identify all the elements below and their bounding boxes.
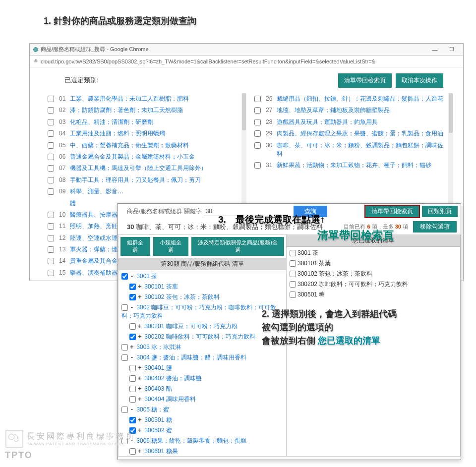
- tree-link[interactable]: 300201 咖啡豆；可可粉；巧克力粉: [143, 323, 238, 330]
- tree-checkbox[interactable]: [129, 365, 136, 371]
- tree-checkbox[interactable]: [129, 284, 136, 290]
- tree-link[interactable]: 300502 蜜: [143, 427, 172, 434]
- expand-icon[interactable]: +: [137, 375, 143, 382]
- expand-icon[interactable]: +: [137, 448, 143, 455]
- category-checkbox[interactable]: [48, 165, 54, 172]
- category-checkbox[interactable]: [254, 119, 261, 125]
- category-checkbox[interactable]: [48, 212, 54, 218]
- category-checkbox[interactable]: [48, 258, 54, 264]
- category-checkbox[interactable]: [254, 96, 261, 102]
- category-checkbox[interactable]: [48, 177, 54, 183]
- tree-checkbox[interactable]: [129, 386, 136, 392]
- select-all-subgroup-button[interactable]: 小類組全選: [153, 237, 188, 256]
- category-link[interactable]: 陸運、空運或水運…: [70, 234, 123, 242]
- selected-checkbox[interactable]: [290, 271, 296, 277]
- collapse-icon[interactable]: -: [129, 354, 135, 361]
- expand-icon[interactable]: +: [137, 364, 143, 371]
- selected-checkbox[interactable]: [290, 250, 296, 256]
- expand-icon[interactable]: +: [137, 333, 143, 340]
- tree-link[interactable]: 300501 糖: [143, 416, 172, 423]
- tree-link[interactable]: 3004 鹽；醬油；調味醬；醋；調味用香料: [135, 354, 246, 361]
- category-link[interactable]: 地毯、地墊及草蓆；鋪地板及裝飾牆壁製品: [277, 106, 390, 115]
- remove-selected-button[interactable]: 移除勾選項: [413, 221, 457, 233]
- category-link[interactable]: 普通金屬合金及其製品；金屬建築材料；小五金: [70, 153, 195, 161]
- tree-checkbox[interactable]: [129, 375, 136, 382]
- tree-link[interactable]: 300403 醋: [143, 385, 172, 392]
- category-checkbox[interactable]: [254, 162, 261, 169]
- tree-link[interactable]: 300202 咖啡飲料；可可飲料；巧克力飲料: [143, 333, 255, 340]
- return-category-button[interactable]: 回類別頁: [422, 206, 458, 217]
- category-checkbox[interactable]: [48, 270, 54, 276]
- category-checkbox[interactable]: [48, 130, 54, 137]
- tree-link[interactable]: 300404 調味用香料: [143, 396, 196, 403]
- category-link[interactable]: 照明、加熱、烹飪…: [70, 222, 123, 231]
- category-link[interactable]: 樂器、演奏補助器…: [70, 269, 123, 277]
- category-checkbox[interactable]: [254, 142, 261, 149]
- category-checkbox[interactable]: [48, 96, 54, 102]
- expand-icon[interactable]: +: [137, 323, 143, 330]
- expand-icon[interactable]: +: [137, 416, 143, 423]
- bring-list-back-button[interactable]: 清單帶回檢索頁: [338, 73, 392, 88]
- bring-list-back-button-2[interactable]: 清單帶回檢索頁: [365, 206, 419, 217]
- category-link[interactable]: 化粧品、精油；清潔劑；研磨劑: [70, 118, 153, 126]
- expand-icon[interactable]: +: [129, 344, 135, 350]
- tree-link[interactable]: 3005 糖；蜜: [135, 406, 169, 413]
- category-link[interactable]: 醫療器具、按摩器…: [70, 211, 123, 219]
- tree-checkbox[interactable]: [129, 396, 136, 403]
- category-checkbox[interactable]: [48, 107, 54, 114]
- category-checkbox[interactable]: [48, 235, 54, 241]
- collapse-icon[interactable]: -: [129, 273, 135, 280]
- category-link[interactable]: 工業、農業用化學品；未加工人造樹脂；肥料: [70, 95, 189, 103]
- category-link[interactable]: 工業用油及油脂；燃料；照明用蠟燭: [70, 129, 165, 138]
- tree-link[interactable]: 3003 冰；冰淇淋: [135, 344, 181, 350]
- category-link[interactable]: 手動手工具；理容用具；刀叉匙餐具；佩刀；剪刀: [70, 176, 201, 184]
- tree-checkbox[interactable]: [129, 417, 136, 423]
- category-link[interactable]: 咖啡、茶、可可；冰；米；麵粉、穀調製品；麵包糕餅；調味佐料: [277, 141, 445, 159]
- tree-checkbox[interactable]: [121, 354, 128, 361]
- category-link[interactable]: 機器及工具機；馬達及引擎（陸上交通工具用除外）: [70, 164, 207, 173]
- category-checkbox[interactable]: [48, 119, 54, 125]
- category-link[interactable]: 裁縫用品（鈕扣、拉鍊、針）；花邊及刺繡品；髮飾品；人造花: [277, 95, 443, 103]
- tree-checkbox[interactable]: [129, 294, 136, 300]
- tree-link[interactable]: 300102 茶包；冰茶；茶飲料: [143, 293, 220, 300]
- selected-checkbox[interactable]: [290, 292, 296, 298]
- tree-link[interactable]: 300601 糖果: [143, 448, 178, 455]
- category-checkbox[interactable]: [48, 154, 54, 160]
- minimize-button[interactable]: —: [426, 47, 443, 53]
- tree-checkbox[interactable]: [121, 304, 128, 311]
- tree-checkbox[interactable]: [121, 344, 128, 350]
- tree-checkbox[interactable]: [129, 448, 136, 455]
- selected-checkbox[interactable]: [290, 260, 296, 267]
- maximize-button[interactable]: ☐: [443, 46, 460, 53]
- selected-checkbox[interactable]: [290, 281, 296, 288]
- tree-checkbox[interactable]: [129, 323, 136, 330]
- tree-link[interactable]: 3006 糖果；餅乾；穀製零食；麵包；蛋糕: [135, 437, 246, 444]
- tree-link[interactable]: 3002 咖啡豆；可可粉；巧克力粉；咖啡飲料；可可飲料；巧克力飲料: [121, 304, 276, 319]
- category-link[interactable]: 新鮮果蔬；活動物；未加工穀物；花卉、種子；飼料；貓砂: [277, 161, 431, 170]
- tree-checkbox[interactable]: [121, 273, 128, 280]
- category-checkbox[interactable]: [48, 142, 54, 149]
- cancel-button[interactable]: 取消本次操作: [396, 73, 443, 88]
- tree-link[interactable]: 300402 醬油；調味醬: [143, 375, 202, 382]
- select-all-related-button[interactable]: 涉及特定類似關係之商品(服務)全選: [191, 237, 284, 256]
- category-link[interactable]: 體: [70, 199, 76, 208]
- category-link[interactable]: 漆；防銹防腐劑；著色劑；未加工天然樹脂: [70, 106, 183, 115]
- url-bar[interactable]: ≛ cloud.tipo.gov.tw/S282/SS0/popSS0302.j…: [30, 56, 463, 67]
- collapse-icon[interactable]: -: [129, 304, 135, 311]
- expand-icon[interactable]: +: [137, 283, 143, 290]
- tree-link[interactable]: 3001 茶: [135, 273, 157, 280]
- category-checkbox[interactable]: [254, 107, 261, 114]
- tree-checkbox[interactable]: [121, 407, 128, 413]
- page-info-icon[interactable]: ≛: [34, 58, 38, 64]
- tree-link[interactable]: 300101 茶葉: [143, 283, 178, 290]
- category-checkbox[interactable]: [48, 188, 54, 195]
- expand-icon[interactable]: +: [137, 385, 143, 392]
- category-link[interactable]: 軍火器；彈藥；煙…: [70, 245, 123, 254]
- category-link[interactable]: 遊戲器具及玩具；運動器具；釣魚用具: [277, 118, 378, 126]
- expand-icon[interactable]: +: [137, 396, 143, 403]
- expand-icon[interactable]: +: [137, 427, 143, 434]
- category-link[interactable]: 中、西藥；營養補充品；衛生製劑；敷藥材料: [70, 141, 189, 150]
- category-checkbox[interactable]: [254, 130, 261, 137]
- category-link[interactable]: 貴重金屬及其合金…: [70, 257, 123, 265]
- tree-checkbox[interactable]: [129, 334, 136, 340]
